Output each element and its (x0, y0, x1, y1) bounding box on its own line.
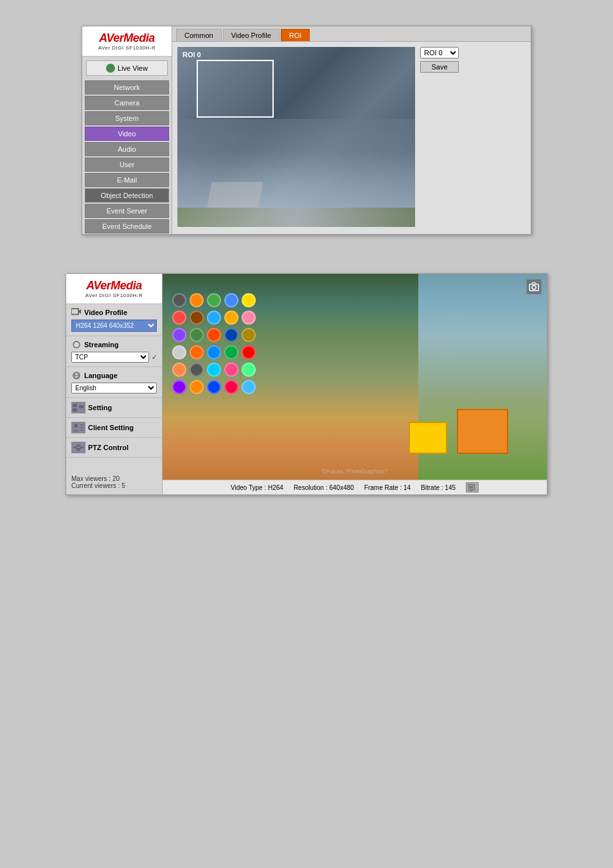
nav-event-schedule[interactable]: Event Schedule (85, 219, 169, 233)
toy-scene (169, 287, 298, 415)
nav-video[interactable]: Video (85, 127, 169, 141)
client-setting-icon (71, 422, 85, 433)
video-profile-label: Video Profile (84, 309, 127, 316)
ptz-control-label: PTZ Control (88, 444, 129, 451)
roi-label: ROI 0 (182, 51, 201, 59)
camera-viewport: ©Future, PhotoGraphics? (163, 274, 547, 480)
streaming-select[interactable]: TCP UDP (71, 352, 149, 363)
svg-rect-7 (73, 408, 77, 411)
main-content-top: Common Video Profile ROI ROI 0 (172, 26, 531, 234)
roi-canvas: ROI 0 (177, 47, 415, 227)
watermark-text: ©Future, PhotoGraphics? (322, 468, 387, 475)
svg-marker-14 (75, 448, 82, 451)
logo-bottom: AVerMedia AVer DIGI SF1030H-R (66, 274, 162, 304)
ptz-control-item[interactable]: PTZ Control (66, 438, 162, 458)
brand-subtitle-2: AVer DIGI SF1030H-R (71, 293, 157, 298)
live-view-icon (106, 64, 115, 73)
video-profile-icon (71, 308, 82, 317)
setting-icon (71, 402, 85, 413)
tab-video-profile[interactable]: Video Profile (223, 29, 280, 41)
setting-item[interactable]: Setting (66, 398, 162, 418)
tab-common[interactable]: Common (176, 29, 222, 41)
client-setting-item[interactable]: Client Setting (66, 418, 162, 438)
live-view-label: Live View (118, 64, 148, 72)
camera-status-bar: Video Type : H264 Resolution : 640x480 F… (163, 480, 547, 494)
resolution-label: Resolution : 640x480 (294, 484, 354, 491)
video-profile-select[interactable]: H264 1264 640x352 (71, 320, 157, 332)
viewer-stats: Max viewers : 20 Current viewers : 5 (66, 470, 162, 494)
nav-network[interactable]: Network (85, 80, 169, 95)
top-panel: AVerMedia AVer DIGI SF1030H-R Live View … (82, 26, 531, 235)
sidebar-bottom: AVerMedia AVer DIGI SF1030H-R Video Prof… (66, 274, 163, 494)
brand-name-2: AVerMedia (71, 279, 157, 293)
nav-email[interactable]: E-Mail (85, 173, 169, 187)
brand-name: AVerMedia (87, 32, 166, 45)
video-profile-section: Video Profile H264 1264 640x352 (66, 304, 162, 336)
brand-subtitle: AVer DIGI SF1030H-R (87, 45, 166, 51)
roi-selection-rect[interactable] (197, 60, 274, 118)
streaming-header: Streaming (71, 340, 157, 349)
streaming-check-icon: ✓ (152, 354, 157, 361)
logo-top: AVerMedia AVer DIGI SF1030H-R (82, 26, 172, 57)
bottom-panel: AVerMedia AVer DIGI SF1030H-R Video Prof… (66, 273, 547, 495)
roi-image-wrapper: ROI 0 (177, 47, 415, 229)
language-icon (71, 371, 82, 380)
nav-user[interactable]: User (85, 158, 169, 172)
roi-dropdown[interactable]: ROI 0 ROI 1 ROI 2 ROI 3 (420, 47, 459, 59)
streaming-label: Streaming (84, 341, 119, 348)
language-select[interactable]: English Chinese Japanese (71, 383, 157, 393)
streaming-icon (71, 340, 82, 349)
client-setting-label: Client Setting (88, 424, 134, 431)
nav-system[interactable]: System (85, 111, 169, 125)
camera-feed-bottom: ©Future, PhotoGraphics? Video Type : H26… (163, 274, 547, 494)
svg-rect-8 (79, 405, 84, 408)
language-section: Language English Chinese Japanese (66, 367, 162, 398)
max-viewers: Max viewers : 20 (71, 475, 157, 482)
current-viewers: Current viewers : 5 (71, 482, 157, 489)
bitrate-label: Bitrate : 145 (421, 484, 456, 491)
streaming-section: Streaming TCP UDP ✓ (66, 336, 162, 367)
roi-area: ROI 0 ROI 0 ROI 1 ROI 2 ROI 3 (172, 42, 531, 234)
tab-roi[interactable]: ROI (281, 29, 310, 41)
video-type-label: Video Type : H264 (231, 484, 283, 491)
language-label: Language (84, 372, 118, 379)
svg-rect-0 (71, 309, 78, 314)
nav-audio[interactable]: Audio (85, 142, 169, 156)
nav-event-server[interactable]: Event Server (85, 204, 169, 218)
sidebar-top: AVerMedia AVer DIGI SF1030H-R Live View … (82, 26, 172, 234)
svg-rect-6 (73, 404, 77, 407)
roi-controls: ROI 0 ROI 1 ROI 2 ROI 3 Save (420, 47, 459, 229)
nav-object-detection[interactable]: Object Detection (85, 188, 169, 203)
svg-marker-13 (75, 444, 82, 447)
svg-rect-20 (469, 486, 473, 489)
streaming-row: TCP UDP ✓ (71, 352, 157, 363)
language-header: Language (71, 371, 157, 380)
setting-label: Setting (88, 404, 112, 411)
camera-control-icon[interactable] (526, 279, 542, 294)
tab-bar-top: Common Video Profile ROI (172, 26, 531, 42)
svg-point-18 (532, 285, 536, 289)
status-icon[interactable] (466, 482, 479, 493)
roi-save-button[interactable]: Save (420, 61, 459, 73)
live-view-button[interactable]: Live View (86, 60, 168, 76)
nav-camera[interactable]: Camera (85, 96, 169, 110)
ptz-control-icon (71, 442, 85, 453)
svg-point-9 (74, 424, 78, 428)
video-profile-header: Video Profile (71, 308, 157, 317)
frame-rate-label: Frame Rate : 14 (364, 484, 411, 491)
